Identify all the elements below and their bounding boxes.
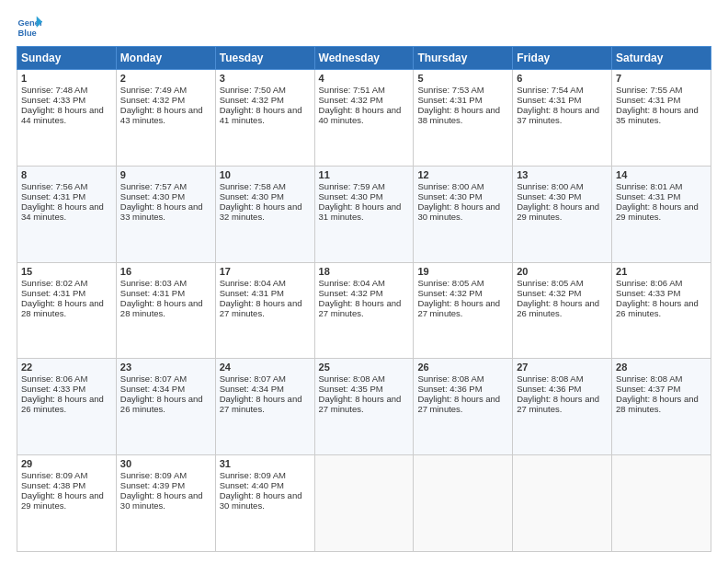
daylight-text: Daylight: 8 hours and 26 minutes. <box>21 394 112 414</box>
day-number: 4 <box>319 73 410 84</box>
day-number: 5 <box>417 73 508 84</box>
daylight-text: Daylight: 8 hours and 26 minutes. <box>616 298 707 318</box>
sunrise-text: Sunrise: 7:55 AM <box>616 85 707 95</box>
logo-icon: General Blue <box>17 15 42 40</box>
weekday-header: Wednesday <box>314 47 414 70</box>
daylight-text: Daylight: 8 hours and 30 minutes. <box>220 490 311 511</box>
day-number: 12 <box>417 169 508 180</box>
sunrise-text: Sunrise: 8:09 AM <box>21 470 112 480</box>
day-number: 9 <box>120 169 211 180</box>
calendar-cell: 13Sunrise: 8:00 AMSunset: 4:30 PMDayligh… <box>513 166 612 262</box>
sunset-text: Sunset: 4:32 PM <box>319 288 410 298</box>
calendar-cell <box>513 455 612 552</box>
sunrise-text: Sunrise: 7:53 AM <box>417 85 508 95</box>
daylight-text: Daylight: 8 hours and 29 minutes. <box>517 201 608 222</box>
weekday-header: Saturday <box>612 47 711 70</box>
day-number: 26 <box>417 362 508 373</box>
sunrise-text: Sunrise: 7:58 AM <box>220 181 311 191</box>
calendar-cell: 30Sunrise: 8:09 AMSunset: 4:39 PMDayligh… <box>116 455 215 552</box>
sunrise-text: Sunrise: 8:07 AM <box>220 373 311 384</box>
day-number: 11 <box>319 169 410 180</box>
day-number: 20 <box>517 266 608 277</box>
daylight-text: Daylight: 8 hours and 34 minutes. <box>21 201 112 222</box>
calendar-cell: 12Sunrise: 8:00 AMSunset: 4:30 PMDayligh… <box>414 166 513 262</box>
daylight-text: Daylight: 8 hours and 27 minutes. <box>417 394 508 414</box>
sunset-text: Sunset: 4:31 PM <box>21 191 112 201</box>
calendar-cell: 16Sunrise: 8:03 AMSunset: 4:31 PMDayligh… <box>116 262 215 359</box>
sunrise-text: Sunrise: 8:05 AM <box>517 278 608 288</box>
daylight-text: Daylight: 8 hours and 29 minutes. <box>616 201 707 222</box>
sunset-text: Sunset: 4:33 PM <box>21 384 112 394</box>
day-number: 3 <box>220 73 311 84</box>
day-number: 29 <box>21 458 112 469</box>
calendar-cell: 25Sunrise: 8:08 AMSunset: 4:35 PMDayligh… <box>314 359 414 455</box>
calendar-cell: 4Sunrise: 7:51 AMSunset: 4:32 PMDaylight… <box>314 70 414 167</box>
sunrise-text: Sunrise: 8:01 AM <box>616 181 707 191</box>
calendar-cell: 22Sunrise: 8:06 AMSunset: 4:33 PMDayligh… <box>17 359 117 455</box>
daylight-text: Daylight: 8 hours and 27 minutes. <box>220 298 311 318</box>
day-number: 7 <box>616 73 707 84</box>
daylight-text: Daylight: 8 hours and 35 minutes. <box>616 105 707 125</box>
calendar-cell: 27Sunrise: 8:08 AMSunset: 4:36 PMDayligh… <box>513 359 612 455</box>
sunrise-text: Sunrise: 8:06 AM <box>21 373 112 384</box>
calendar-cell: 6Sunrise: 7:54 AMSunset: 4:31 PMDaylight… <box>513 70 612 167</box>
sunset-text: Sunset: 4:32 PM <box>319 95 410 105</box>
day-number: 16 <box>120 266 211 277</box>
sunrise-text: Sunrise: 8:09 AM <box>220 470 311 480</box>
sunset-text: Sunset: 4:35 PM <box>319 384 410 394</box>
sunset-text: Sunset: 4:34 PM <box>220 384 311 394</box>
daylight-text: Daylight: 8 hours and 43 minutes. <box>120 105 211 125</box>
header: General Blue <box>17 15 711 40</box>
day-number: 21 <box>616 266 707 277</box>
day-number: 30 <box>120 458 211 469</box>
sunset-text: Sunset: 4:32 PM <box>120 95 211 105</box>
daylight-text: Daylight: 8 hours and 26 minutes. <box>517 298 608 318</box>
sunrise-text: Sunrise: 7:51 AM <box>319 85 410 95</box>
calendar-cell: 31Sunrise: 8:09 AMSunset: 4:40 PMDayligh… <box>215 455 314 552</box>
sunrise-text: Sunrise: 8:08 AM <box>616 373 707 384</box>
sunrise-text: Sunrise: 7:56 AM <box>21 181 112 191</box>
day-number: 27 <box>517 362 608 373</box>
weekday-header: Friday <box>513 47 612 70</box>
daylight-text: Daylight: 8 hours and 28 minutes. <box>616 394 707 414</box>
day-number: 2 <box>120 73 211 84</box>
daylight-text: Daylight: 8 hours and 32 minutes. <box>220 201 311 222</box>
sunrise-text: Sunrise: 8:06 AM <box>616 278 707 288</box>
sunset-text: Sunset: 4:36 PM <box>517 384 608 394</box>
calendar-cell <box>612 455 711 552</box>
calendar-cell: 9Sunrise: 7:57 AMSunset: 4:30 PMDaylight… <box>116 166 215 262</box>
weekday-header: Tuesday <box>215 47 314 70</box>
daylight-text: Daylight: 8 hours and 33 minutes. <box>120 201 211 222</box>
svg-text:Blue: Blue <box>18 29 37 38</box>
calendar-cell: 8Sunrise: 7:56 AMSunset: 4:31 PMDaylight… <box>17 166 117 262</box>
daylight-text: Daylight: 8 hours and 37 minutes. <box>517 105 608 125</box>
daylight-text: Daylight: 8 hours and 41 minutes. <box>220 105 311 125</box>
sunset-text: Sunset: 4:30 PM <box>220 191 311 201</box>
calendar-week-row: 29Sunrise: 8:09 AMSunset: 4:38 PMDayligh… <box>17 455 711 552</box>
calendar-cell: 11Sunrise: 7:59 AMSunset: 4:30 PMDayligh… <box>314 166 414 262</box>
sunrise-text: Sunrise: 7:54 AM <box>517 85 608 95</box>
daylight-text: Daylight: 8 hours and 29 minutes. <box>21 490 112 511</box>
sunrise-text: Sunrise: 7:49 AM <box>120 85 211 95</box>
daylight-text: Daylight: 8 hours and 28 minutes. <box>21 298 112 318</box>
calendar-cell: 23Sunrise: 8:07 AMSunset: 4:34 PMDayligh… <box>116 359 215 455</box>
daylight-text: Daylight: 8 hours and 31 minutes. <box>319 201 410 222</box>
sunset-text: Sunset: 4:31 PM <box>417 95 508 105</box>
day-number: 18 <box>319 266 410 277</box>
sunrise-text: Sunrise: 8:00 AM <box>517 181 608 191</box>
sunrise-text: Sunrise: 7:50 AM <box>220 85 311 95</box>
calendar-header-row: SundayMondayTuesdayWednesdayThursdayFrid… <box>17 47 711 70</box>
calendar-cell: 5Sunrise: 7:53 AMSunset: 4:31 PMDaylight… <box>414 70 513 167</box>
sunset-text: Sunset: 4:30 PM <box>319 191 410 201</box>
day-number: 8 <box>21 169 112 180</box>
sunrise-text: Sunrise: 8:08 AM <box>417 373 508 384</box>
day-number: 13 <box>517 169 608 180</box>
day-number: 19 <box>417 266 508 277</box>
calendar-week-row: 15Sunrise: 8:02 AMSunset: 4:31 PMDayligh… <box>17 262 711 359</box>
day-number: 22 <box>21 362 112 373</box>
sunset-text: Sunset: 4:39 PM <box>120 480 211 490</box>
calendar-cell: 7Sunrise: 7:55 AMSunset: 4:31 PMDaylight… <box>612 70 711 167</box>
sunrise-text: Sunrise: 8:00 AM <box>417 181 508 191</box>
sunrise-text: Sunrise: 8:09 AM <box>120 470 211 480</box>
calendar-week-row: 8Sunrise: 7:56 AMSunset: 4:31 PMDaylight… <box>17 166 711 262</box>
